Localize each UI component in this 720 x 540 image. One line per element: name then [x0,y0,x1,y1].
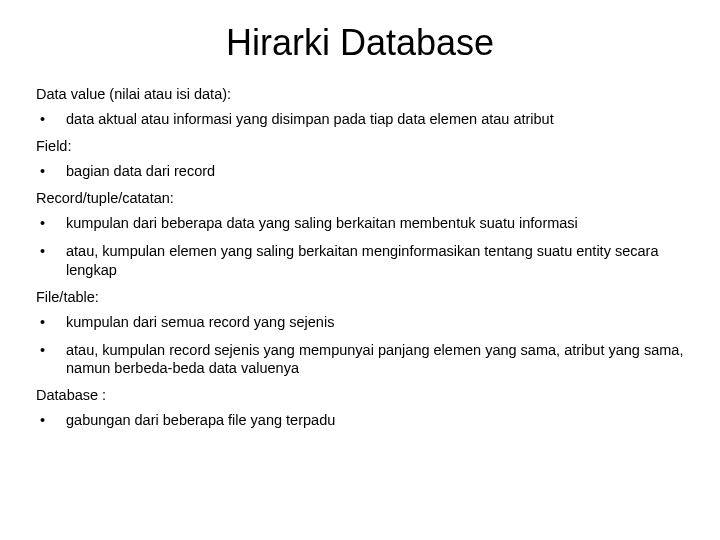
section-database: Database : •gabungan dari beberapa file … [36,387,684,429]
bullet-list: •gabungan dari beberapa file yang terpad… [36,411,684,429]
section-record: Record/tuple/catatan: •kumpulan dari beb… [36,190,684,278]
bullet-icon: • [40,242,45,260]
bullet-icon: • [40,214,45,232]
list-item: •kumpulan dari beberapa data yang saling… [36,214,684,232]
list-item: •bagian data dari record [36,162,684,180]
bullet-list: •bagian data dari record [36,162,684,180]
section-field: Field: •bagian data dari record [36,138,684,180]
bullet-icon: • [40,162,45,180]
bullet-list: •kumpulan dari beberapa data yang saling… [36,214,684,278]
list-item-text: kumpulan dari semua record yang sejenis [66,314,334,330]
section-heading: File/table: [36,289,684,305]
bullet-list: •data aktual atau informasi yang disimpa… [36,110,684,128]
page-title: Hirarki Database [36,22,684,64]
section-heading: Database : [36,387,684,403]
list-item: •data aktual atau informasi yang disimpa… [36,110,684,128]
bullet-icon: • [40,110,45,128]
list-item: •kumpulan dari semua record yang sejenis [36,313,684,331]
bullet-list: •kumpulan dari semua record yang sejenis… [36,313,684,377]
bullet-icon: • [40,313,45,331]
section-heading: Record/tuple/catatan: [36,190,684,206]
list-item: •atau, kumpulan elemen yang saling berka… [36,242,684,278]
list-item: •gabungan dari beberapa file yang terpad… [36,411,684,429]
bullet-icon: • [40,411,45,429]
list-item-text: bagian data dari record [66,163,215,179]
section-heading: Data value (nilai atau isi data): [36,86,684,102]
list-item: •atau, kumpulan record sejenis yang memp… [36,341,684,377]
list-item-text: atau, kumpulan elemen yang saling berkai… [66,243,658,277]
list-item-text: kumpulan dari beberapa data yang saling … [66,215,578,231]
list-item-text: data aktual atau informasi yang disimpan… [66,111,554,127]
list-item-text: gabungan dari beberapa file yang terpadu [66,412,335,428]
bullet-icon: • [40,341,45,359]
section-data-value: Data value (nilai atau isi data): •data … [36,86,684,128]
list-item-text: atau, kumpulan record sejenis yang mempu… [66,342,683,376]
section-heading: Field: [36,138,684,154]
section-file: File/table: •kumpulan dari semua record … [36,289,684,377]
